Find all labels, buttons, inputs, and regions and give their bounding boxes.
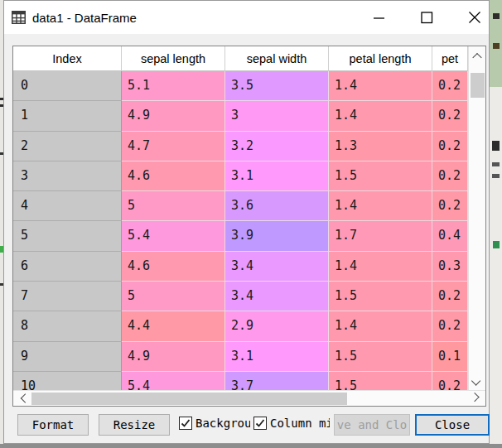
data-cell[interactable]: 1.5 <box>329 282 432 311</box>
data-cell[interactable]: 1.3 <box>329 132 432 161</box>
data-cell[interactable]: 0.2 <box>432 132 468 161</box>
horizontal-scrollbar-thumb[interactable] <box>31 393 347 405</box>
desktop-artifact <box>493 13 500 19</box>
data-cell[interactable]: 0.2 <box>432 161 468 191</box>
data-cell[interactable]: 5.4 <box>122 221 225 251</box>
scroll-up-button[interactable] <box>470 51 485 66</box>
row-index-cell[interactable]: 9 <box>13 342 122 372</box>
data-cell[interactable]: 3 <box>225 101 329 131</box>
desktop-sliver-right <box>490 0 502 444</box>
desktop-artifact <box>492 141 500 151</box>
minimize-button[interactable] <box>362 1 395 34</box>
chevron-up-icon <box>472 53 481 62</box>
data-cell[interactable]: 4.6 <box>122 252 225 282</box>
row-index-cell[interactable]: 5 <box>13 221 122 251</box>
row-index-cell[interactable]: 0 <box>13 71 122 101</box>
save-and-close-button[interactable]: ve and Clo <box>334 414 410 436</box>
vertical-scrollbar[interactable] <box>468 46 485 390</box>
data-cell[interactable]: 1.4 <box>329 311 432 341</box>
table-icon <box>12 11 26 24</box>
column-header[interactable]: petal length <box>329 46 432 71</box>
data-cell[interactable]: 0.2 <box>432 101 468 131</box>
data-cell[interactable]: 4.9 <box>122 101 225 131</box>
data-cell[interactable]: 0.1 <box>432 342 468 372</box>
data-cell[interactable]: 4.6 <box>122 161 225 191</box>
data-cell[interactable]: 5 <box>122 191 225 221</box>
row-index-cell[interactable]: 4 <box>13 191 122 221</box>
data-cell[interactable]: 1.5 <box>329 372 432 390</box>
data-cell[interactable]: 0.2 <box>432 311 468 341</box>
dataframe-grid-viewport: Indexsepal lengthsepal widthpetal length… <box>13 46 468 390</box>
row-index-cell[interactable]: 1 <box>13 101 122 131</box>
data-cell[interactable]: 3.1 <box>225 342 329 372</box>
row-index-cell[interactable]: 10 <box>13 372 122 390</box>
data-cell[interactable]: 5 <box>122 282 225 311</box>
chevron-left-icon <box>21 393 30 402</box>
column-header[interactable]: sepal length <box>122 46 225 71</box>
data-cell[interactable]: 1.4 <box>329 101 432 131</box>
data-cell[interactable]: 3.1 <box>225 161 329 191</box>
chevron-right-icon <box>470 393 479 402</box>
data-cell[interactable]: 1.5 <box>329 161 432 191</box>
row-index-cell[interactable]: 3 <box>13 161 122 191</box>
data-cell[interactable]: 0.3 <box>432 252 468 282</box>
data-cell[interactable]: 3.4 <box>225 252 329 282</box>
scroll-left-button[interactable] <box>17 391 31 406</box>
dataframe-grid: Indexsepal lengthsepal widthpetal length… <box>13 46 468 390</box>
data-cell[interactable]: 5.4 <box>122 372 225 390</box>
data-cell[interactable]: 0.2 <box>432 71 468 101</box>
desktop-strip-bottom <box>0 444 502 448</box>
background-color-checkbox-label[interactable]: Backgrou <box>195 417 250 430</box>
row-index-cell[interactable]: 6 <box>13 252 122 282</box>
data-cell[interactable]: 4.9 <box>122 342 225 372</box>
data-cell[interactable]: 3.6 <box>225 191 329 221</box>
data-cell[interactable]: 0.2 <box>432 282 468 311</box>
minimize-icon <box>373 12 385 24</box>
button-bar: Format Resize Backgrou Column mi ve and … <box>4 412 489 439</box>
data-cell[interactable]: 1.4 <box>329 71 432 101</box>
checkmark-icon <box>181 418 191 428</box>
column-minmax-checkbox-label[interactable]: Column mi <box>270 417 330 430</box>
resize-button[interactable]: Resize <box>99 414 170 436</box>
window-title: data1 - DataFrame <box>32 11 137 25</box>
format-button[interactable]: Format <box>17 414 89 436</box>
maximize-icon <box>421 12 433 24</box>
desktop-artifact <box>492 174 500 178</box>
scroll-right-button[interactable] <box>467 391 482 406</box>
desktop-artifact <box>492 162 500 166</box>
close-button[interactable]: Close <box>415 414 490 436</box>
data-cell[interactable]: 1.4 <box>329 191 432 221</box>
horizontal-scrollbar[interactable] <box>13 390 485 406</box>
desktop-artifact <box>493 43 500 49</box>
row-index-cell[interactable]: 2 <box>13 132 122 161</box>
row-index-cell[interactable]: 7 <box>13 282 122 311</box>
data-cell[interactable]: 1.4 <box>329 252 432 282</box>
data-cell[interactable]: 4.4 <box>122 311 225 341</box>
data-cell[interactable]: 3.7 <box>225 372 329 390</box>
data-cell[interactable]: 3.5 <box>225 71 329 101</box>
window-close-button[interactable] <box>458 1 491 34</box>
vertical-scrollbar-thumb[interactable] <box>471 73 485 98</box>
column-header[interactable]: sepal width <box>225 46 329 71</box>
scroll-down-button[interactable] <box>470 373 485 388</box>
data-cell[interactable]: 1.7 <box>329 221 432 251</box>
maximize-button[interactable] <box>410 1 443 34</box>
data-cell[interactable]: 3.9 <box>225 221 329 251</box>
data-cell[interactable]: 4.7 <box>122 132 225 161</box>
column-header[interactable]: Index <box>13 46 122 71</box>
checkmark-icon <box>255 418 265 428</box>
data-cell[interactable]: 1.5 <box>329 342 432 372</box>
row-index-cell[interactable]: 8 <box>13 311 122 341</box>
background-color-checkbox[interactable] <box>179 417 192 430</box>
data-cell[interactable]: 5.1 <box>122 71 225 101</box>
dataframe-table-frame: Indexsepal lengthsepal widthpetal length… <box>12 46 486 407</box>
data-cell[interactable]: 3.2 <box>225 132 329 161</box>
column-header[interactable]: pet <box>432 46 468 71</box>
data-cell[interactable]: 2.9 <box>225 311 329 341</box>
data-cell[interactable]: 0.4 <box>432 221 468 251</box>
data-cell[interactable]: 0.2 <box>432 191 468 221</box>
column-minmax-checkbox[interactable] <box>253 417 267 430</box>
data-cell[interactable]: 3.4 <box>225 282 329 311</box>
desktop-artifact <box>493 241 500 248</box>
data-cell[interactable]: 0.2 <box>432 372 468 390</box>
